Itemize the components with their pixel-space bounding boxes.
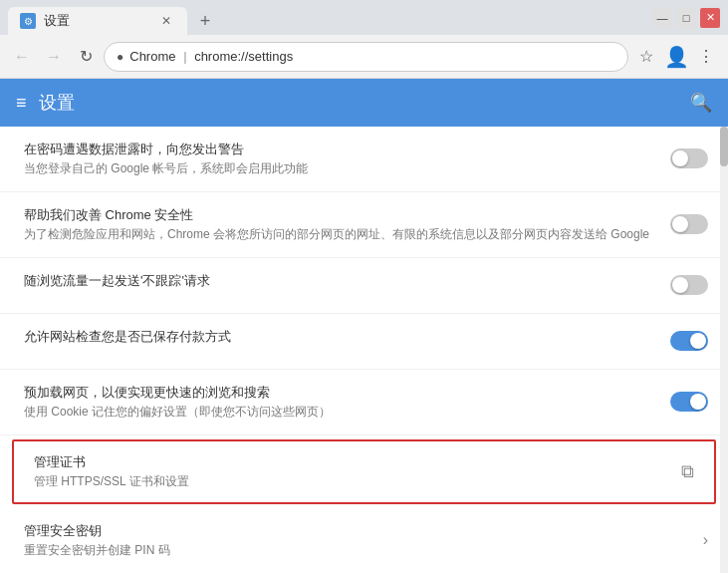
address-bar[interactable]: ● Chrome | chrome://settings — [104, 42, 628, 72]
setting-title-manage-certs: 管理证书 — [34, 453, 654, 471]
refresh-button[interactable]: ↻ — [72, 43, 100, 71]
settings-page-title: 设置 — [39, 91, 75, 115]
setting-title-do-not-track: 随浏览流量一起发送'不跟踪'请求 — [24, 272, 656, 290]
setting-desc-manage-security-keys: 重置安全密钥并创建 PIN 码 — [24, 542, 656, 559]
scrollbar-thumb[interactable] — [720, 127, 728, 166]
setting-item-payment-methods[interactable]: 允许网站检查您是否已保存付款方式 — [0, 314, 728, 370]
setting-item-manage-security-keys[interactable]: 管理安全密钥重置安全密钥并创建 PIN 码› — [0, 508, 728, 573]
bookmark-button[interactable]: ☆ — [632, 43, 660, 71]
setting-desc-preload: 使用 Cookie 记住您的偏好设置（即使您不访问这些网页） — [24, 404, 656, 421]
setting-title-preload: 预加载网页，以便实现更快速的浏览和搜索 — [24, 384, 656, 402]
settings-content: 在密码遭遇数据泄露时，向您发出警告当您登录自己的 Google 帐号后，系统即会… — [0, 127, 728, 573]
account-button[interactable]: 👤 — [662, 43, 690, 71]
toggle-knob-preload — [690, 394, 706, 410]
secure-icon: ● — [117, 50, 123, 64]
setting-item-preload[interactable]: 预加载网页，以便实现更快速的浏览和搜索使用 Cookie 记住您的偏好设置（即使… — [0, 370, 728, 435]
setting-title-payment-methods: 允许网站检查您是否已保存付款方式 — [24, 328, 656, 346]
arrow-icon-manage-security-keys: › — [703, 531, 708, 549]
toggle-password-warning[interactable] — [670, 148, 708, 168]
setting-desc-chrome-security: 为了检测危险应用和网站，Chrome 会将您所访问的部分网页的网址、有限的系统信… — [24, 226, 656, 243]
setting-desc-manage-certs: 管理 HTTPS/SSL 证书和设置 — [34, 473, 654, 490]
setting-item-do-not-track[interactable]: 随浏览流量一起发送'不跟踪'请求 — [0, 258, 728, 314]
settings-list: 在密码遭遇数据泄露时，向您发出警告当您登录自己的 Google 帐号后，系统即会… — [0, 127, 728, 573]
toggle-payment-methods[interactable] — [670, 331, 708, 351]
tab-close-button[interactable]: ✕ — [157, 12, 175, 30]
setting-title-chrome-security: 帮助我们改善 Chrome 安全性 — [24, 206, 656, 224]
close-button[interactable]: ✕ — [700, 8, 720, 28]
url-text: Chrome | chrome://settings — [129, 49, 293, 64]
toggle-chrome-security[interactable] — [670, 214, 708, 234]
new-tab-button[interactable]: + — [191, 7, 219, 35]
setting-item-manage-certs[interactable]: 管理证书管理 HTTPS/SSL 证书和设置⧉ — [12, 439, 716, 504]
settings-search-button[interactable]: 🔍 — [690, 92, 712, 114]
settings-header: ≡ 设置 🔍 — [0, 79, 728, 127]
hamburger-menu-icon[interactable]: ≡ — [16, 93, 27, 114]
browser-toolbar: ← → ↻ ● Chrome | chrome://settings ☆ 👤 ⋮ — [0, 35, 728, 79]
active-tab[interactable]: ⚙ 设置 ✕ — [8, 7, 187, 35]
toggle-do-not-track[interactable] — [670, 275, 708, 295]
back-button[interactable]: ← — [8, 43, 36, 71]
toolbar-right: ☆ 👤 ⋮ — [632, 43, 720, 71]
external-link-icon-manage-certs[interactable]: ⧉ — [681, 461, 694, 482]
forward-button[interactable]: → — [40, 43, 68, 71]
setting-title-password-warning: 在密码遭遇数据泄露时，向您发出警告 — [24, 141, 656, 158]
tab-favicon: ⚙ — [20, 13, 36, 29]
minimize-button[interactable]: — — [652, 8, 672, 28]
window-controls: — □ ✕ — [652, 8, 720, 28]
toggle-knob-payment-methods — [690, 333, 706, 349]
toggle-knob-chrome-security — [672, 216, 688, 232]
tab-title: 设置 — [44, 12, 149, 30]
maximize-button[interactable]: □ — [676, 8, 696, 28]
setting-item-password-warning[interactable]: 在密码遭遇数据泄露时，向您发出警告当您登录自己的 Google 帐号后，系统即会… — [0, 127, 728, 192]
toggle-knob-password-warning — [672, 150, 688, 166]
setting-item-chrome-security[interactable]: 帮助我们改善 Chrome 安全性为了检测危险应用和网站，Chrome 会将您所… — [0, 192, 728, 258]
window-titlebar: ⚙ 设置 ✕ + — □ ✕ — [0, 0, 728, 35]
toggle-preload[interactable] — [670, 392, 708, 412]
toggle-knob-do-not-track — [672, 277, 688, 293]
setting-desc-password-warning: 当您登录自己的 Google 帐号后，系统即会启用此功能 — [24, 160, 656, 177]
setting-title-manage-security-keys: 管理安全密钥 — [24, 522, 656, 540]
menu-button[interactable]: ⋮ — [692, 43, 720, 71]
tab-strip: ⚙ 设置 ✕ + — [8, 0, 652, 35]
scrollbar-track[interactable] — [720, 127, 728, 573]
